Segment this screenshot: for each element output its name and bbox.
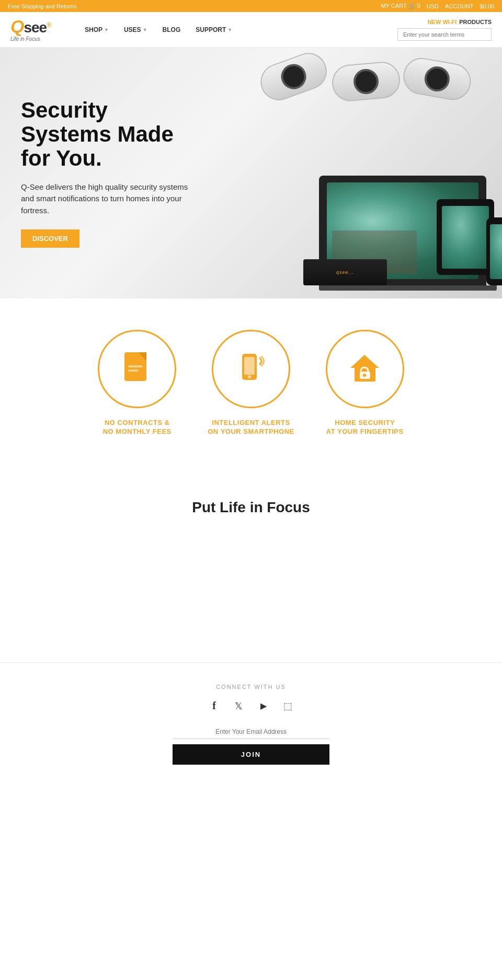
cart-link[interactable]: MY CART 🛒 0 xyxy=(381,3,420,9)
hero-image-area: qsee... xyxy=(199,48,502,298)
nav-shop-label: SHOP xyxy=(85,26,102,33)
hero-section: Security Systems Made for You. Q-See del… xyxy=(0,48,502,298)
nav-uses-label: USES xyxy=(124,26,141,33)
footer-space xyxy=(0,786,502,942)
join-button[interactable]: JOIN xyxy=(173,744,329,765)
tablet-mockup xyxy=(437,199,494,275)
account-link[interactable]: ACCOUNT xyxy=(445,3,473,9)
home-security-icon-circle xyxy=(326,330,404,408)
alerts-line2: ON YOUR SMARTPHONE xyxy=(208,428,294,436)
alerts-label: INTELLIGENT ALERTS ON YOUR SMARTPHONE xyxy=(208,419,294,436)
top-nav-links: NEW WI-FI PRODUCTS xyxy=(397,19,492,25)
svg-rect-3 xyxy=(128,370,139,372)
youtube-icon[interactable]: ▶ xyxy=(255,698,272,714)
svg-rect-5 xyxy=(244,357,255,375)
logo-tagline: Life in Focus xyxy=(10,36,40,42)
search-input[interactable] xyxy=(397,28,492,41)
nav-uses[interactable]: USES ▼ xyxy=(118,22,154,38)
focus-grid xyxy=(10,537,492,641)
no-contracts-line2: NO MONTHLY FEES xyxy=(103,428,172,436)
logo-q: Q xyxy=(10,16,24,36)
free-shipping-text: Free Shipping and Returns xyxy=(8,3,76,9)
phone-mockup xyxy=(486,217,502,285)
focus-section: Put Life in Focus xyxy=(0,468,502,662)
home-security-label: HOME SECURITY AT YOUR FINGERTIPS xyxy=(326,419,404,436)
document-icon xyxy=(120,350,154,389)
support-chevron-icon: ▼ xyxy=(227,27,232,32)
home-security-line1: HOME SECURITY xyxy=(326,419,404,428)
home-security-line2: AT YOUR FINGERTIPS xyxy=(326,428,404,436)
social-icons: f 𝕏 ▶ ⬚ xyxy=(10,698,492,714)
cart-icon: 🛒 xyxy=(408,3,416,9)
top-bar-right: MY CART 🛒 0 USD ACCOUNT $0.00 xyxy=(381,3,494,9)
no-contracts-icon-circle xyxy=(98,330,176,408)
currency-selector[interactable]: USD xyxy=(427,3,439,9)
phone-screen xyxy=(490,224,502,279)
instagram-icon[interactable]: ⬚ xyxy=(280,698,296,714)
nav-support-label: SUPPORT xyxy=(196,26,226,33)
feature-no-contracts: NO CONTRACTS & NO MONTHLY FEES xyxy=(98,330,176,436)
laptop-base xyxy=(319,285,497,291)
focus-title: Put Life in Focus xyxy=(10,499,492,516)
logo-area[interactable]: Qsee® Life in Focus xyxy=(10,17,68,42)
connect-title: CONNECT WITH US xyxy=(10,684,492,690)
alerts-line1: INTELLIGENT ALERTS xyxy=(208,419,294,428)
new-wifi-link[interactable]: NEW WI-FI xyxy=(428,19,457,25)
hero-title: Security Systems Made for You. xyxy=(21,98,199,171)
hero-content: Security Systems Made for You. Q-See del… xyxy=(0,77,220,269)
nav-blog[interactable]: BLOG xyxy=(156,22,187,38)
features-section: NO CONTRACTS & NO MONTHLY FEES INTELLIGE… xyxy=(0,298,502,468)
uses-chevron-icon: ▼ xyxy=(143,27,147,32)
nav-blog-label: BLOG xyxy=(163,26,181,33)
header: Qsee® Life in Focus SHOP ▼ USES ▼ BLOG S… xyxy=(0,12,502,48)
hero-subtitle: Q-See delivers the high quality security… xyxy=(21,181,199,217)
svg-point-10 xyxy=(363,374,366,377)
alerts-icon-circle xyxy=(212,330,290,408)
logo-registered: ® xyxy=(47,21,51,29)
dvr-box: qsee... xyxy=(303,259,387,285)
logo: Qsee® xyxy=(10,17,51,35)
nav-shop[interactable]: SHOP ▼ xyxy=(78,22,115,38)
nav-right: NEW WI-FI PRODUCTS xyxy=(397,19,492,41)
no-contracts-label: NO CONTRACTS & NO MONTHLY FEES xyxy=(103,419,172,436)
main-nav: SHOP ▼ USES ▼ BLOG SUPPORT ▼ NEW WI-FI P… xyxy=(78,19,492,41)
tablet-screen xyxy=(442,206,489,269)
cart-label: MY CART xyxy=(381,3,407,9)
feature-alerts: INTELLIGENT ALERTS ON YOUR SMARTPHONE xyxy=(208,330,294,436)
svg-point-6 xyxy=(248,375,251,378)
shop-chevron-icon: ▼ xyxy=(104,27,109,32)
top-bar: Free Shipping and Returns MY CART 🛒 0 US… xyxy=(0,0,502,12)
svg-marker-7 xyxy=(350,355,379,368)
cart-value: $0.00 xyxy=(480,3,494,9)
products-link[interactable]: PRODUCTS xyxy=(459,19,492,25)
nav-support[interactable]: SUPPORT ▼ xyxy=(189,22,238,38)
connect-section: CONNECT WITH US f 𝕏 ▶ ⬚ JOIN xyxy=(0,662,502,786)
cart-count: 0 xyxy=(417,3,420,9)
home-lock-icon xyxy=(345,350,384,389)
no-contracts-line1: NO CONTRACTS & xyxy=(103,419,172,428)
feature-home-security: HOME SECURITY AT YOUR FINGERTIPS xyxy=(326,330,404,436)
discover-button[interactable]: Discover xyxy=(21,229,79,248)
email-input[interactable] xyxy=(173,725,329,739)
svg-rect-2 xyxy=(128,365,143,367)
facebook-icon[interactable]: f xyxy=(206,698,223,714)
smartphone-icon xyxy=(232,350,271,389)
dvr-label: qsee... xyxy=(336,270,354,275)
logo-see: see xyxy=(24,19,47,36)
nav-left: SHOP ▼ USES ▼ BLOG SUPPORT ▼ xyxy=(78,22,238,38)
twitter-icon[interactable]: 𝕏 xyxy=(231,698,247,714)
